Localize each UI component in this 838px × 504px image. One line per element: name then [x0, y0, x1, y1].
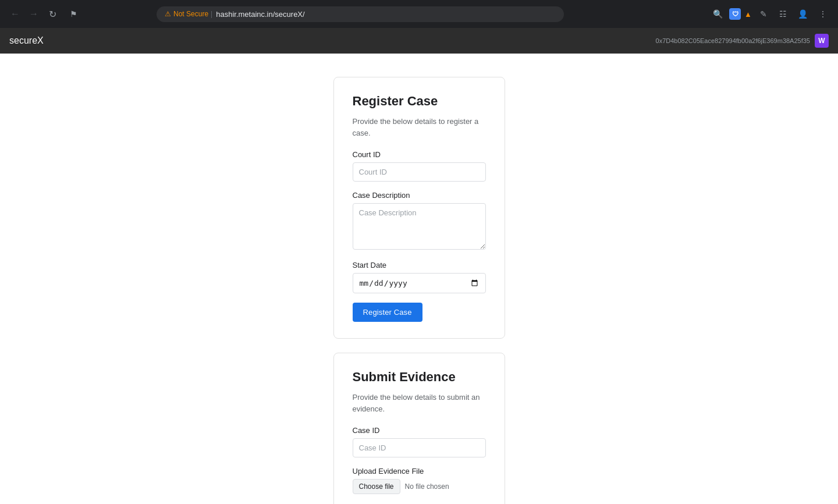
- case-id-label: Case ID: [353, 426, 486, 435]
- extensions-button[interactable]: ✎: [755, 6, 772, 22]
- url-text[interactable]: hashir.metainc.in/secureX/: [216, 10, 556, 19]
- file-input-container: Choose file No file chosen: [353, 479, 486, 494]
- browser-chrome: ← → ↻ ⚑ ⚠ Not Secure | hashir.metainc.in…: [0, 0, 838, 28]
- start-date-label: Start Date: [353, 261, 486, 269]
- bookmark-button[interactable]: ⚑: [65, 6, 81, 22]
- court-id-label: Court ID: [353, 150, 486, 159]
- register-case-button[interactable]: Register Case: [353, 303, 422, 322]
- case-description-group: Case Description: [353, 191, 486, 251]
- user-profile-button[interactable]: 👤: [795, 6, 811, 22]
- back-button[interactable]: ←: [7, 6, 23, 22]
- user-info: 0x7D4b082C05Eace827994fb00a2f6jE369m38A2…: [656, 34, 829, 48]
- register-case-title: Register Case: [353, 94, 486, 109]
- warning-icon: ⚠: [165, 10, 171, 18]
- submit-evidence-card: Submit Evidence Provide the below detail…: [333, 353, 505, 504]
- court-id-group: Court ID: [353, 150, 486, 182]
- security-warning: ⚠ Not Secure |: [165, 10, 212, 18]
- refresh-button[interactable]: ↻: [44, 6, 61, 22]
- case-id-input[interactable]: [353, 438, 486, 457]
- tab-search-button[interactable]: ☷: [775, 6, 791, 22]
- user-avatar: W: [815, 34, 829, 48]
- app-title: secureX: [9, 36, 44, 46]
- separator: |: [211, 10, 212, 18]
- start-date-group: Start Date: [353, 261, 486, 293]
- file-name-text: No file chosen: [405, 482, 449, 491]
- register-case-subtitle: Provide the below details to register a …: [353, 116, 486, 139]
- court-id-input[interactable]: [353, 162, 486, 182]
- submit-evidence-title: Submit Evidence: [353, 370, 486, 385]
- upload-evidence-group: Upload Evidence File Choose file No file…: [353, 467, 486, 494]
- address-bar: ⚠ Not Secure | hashir.metainc.in/secureX…: [157, 6, 564, 22]
- extension-icon-orange[interactable]: ▲: [744, 10, 752, 19]
- choose-file-button[interactable]: Choose file: [353, 479, 400, 494]
- browser-actions: 🔍 🛡 ▲ ✎ ☷ 👤 ⋮: [709, 6, 831, 22]
- case-description-label: Case Description: [353, 191, 486, 200]
- search-button[interactable]: 🔍: [709, 6, 726, 22]
- case-id-group: Case ID: [353, 426, 486, 457]
- upload-evidence-label: Upload Evidence File: [353, 467, 486, 475]
- nav-buttons: ← → ↻: [7, 6, 61, 22]
- security-warning-text: Not Secure: [173, 10, 208, 18]
- register-case-card: Register Case Provide the below details …: [333, 77, 505, 339]
- start-date-input[interactable]: [353, 273, 486, 293]
- page-content: Register Case Provide the below details …: [0, 54, 838, 504]
- app-header: secureX 0x7D4b082C05Eace827994fb00a2f6jE…: [0, 28, 838, 54]
- menu-button[interactable]: ⋮: [815, 6, 831, 22]
- forward-button[interactable]: →: [26, 6, 42, 22]
- submit-evidence-subtitle: Provide the below details to submit an e…: [353, 392, 486, 414]
- case-description-textarea[interactable]: [353, 203, 486, 250]
- user-id-text: 0x7D4b082C05Eace827994fb00a2f6jE369m38A2…: [656, 37, 810, 44]
- extension-icon-blue[interactable]: 🛡: [729, 8, 741, 20]
